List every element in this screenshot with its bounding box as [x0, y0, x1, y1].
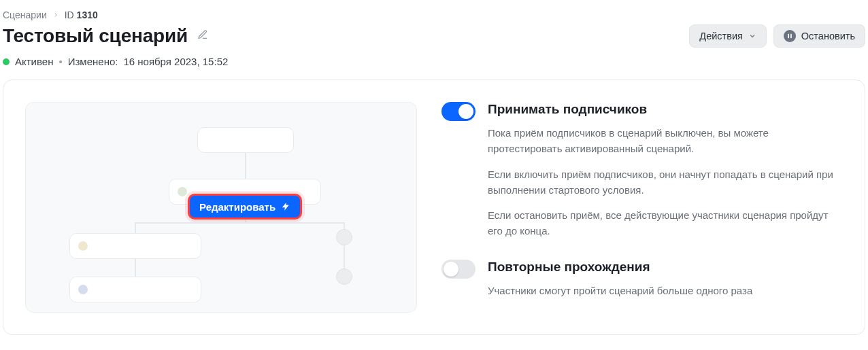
changed-label: Изменено:: [68, 56, 118, 67]
connector-line: [344, 245, 345, 270]
setting-title: Повторные прохождения: [488, 260, 843, 275]
setting-accept-subscribers: Принимать подписчиков Пока приём подписч…: [441, 102, 843, 239]
pause-icon: [784, 30, 796, 42]
edit-scenario-button[interactable]: Редактировать: [188, 194, 302, 220]
chevron-down-icon: [748, 32, 756, 40]
svg-rect-0: [788, 34, 789, 38]
accept-subscribers-toggle[interactable]: [441, 102, 475, 121]
scenario-settings: Принимать подписчиков Пока приём подписч…: [441, 102, 843, 313]
flow-circle: [336, 229, 352, 245]
flow-node: [197, 127, 294, 153]
connector-line: [135, 259, 136, 278]
connector-line: [245, 153, 246, 179]
changed-value: 16 ноября 2023, 15:52: [123, 56, 228, 67]
status-line: Активен • Изменено: 16 ноября 2023, 15:5…: [0, 48, 868, 80]
setting-title: Принимать подписчиков: [488, 102, 843, 117]
connector-line: [135, 222, 344, 224]
flow-node: [69, 233, 201, 259]
edit-title-icon[interactable]: [197, 29, 208, 43]
setting-description: Участники смогут пройти сценарий больше …: [488, 283, 843, 298]
stop-button[interactable]: Остановить: [773, 24, 865, 48]
flow-node: [69, 277, 201, 302]
breadcrumb: Сценарии ID 1310: [0, 0, 868, 24]
setting-repeat-passes: Повторные прохождения Участники смогут п…: [441, 260, 843, 298]
scenario-preview: Редактировать: [25, 102, 417, 313]
breadcrumb-id: ID 1310: [65, 10, 98, 20]
chevron-right-icon: [52, 10, 59, 20]
status-dot-icon: [3, 58, 10, 65]
svg-rect-1: [790, 34, 792, 38]
breadcrumb-root[interactable]: Сценарии: [3, 10, 47, 20]
scenario-card: Редактировать Принимать подписчиков Пока…: [3, 80, 865, 335]
repeat-passes-toggle[interactable]: [441, 260, 475, 279]
bolt-icon: [281, 202, 290, 211]
status-text: Активен: [15, 56, 53, 67]
flow-circle: [336, 268, 352, 285]
actions-dropdown[interactable]: Действия: [689, 24, 767, 48]
setting-description: Пока приём подписчиков в сценарий выключ…: [488, 125, 843, 239]
page-title: Тестовый сценарий: [3, 25, 188, 47]
